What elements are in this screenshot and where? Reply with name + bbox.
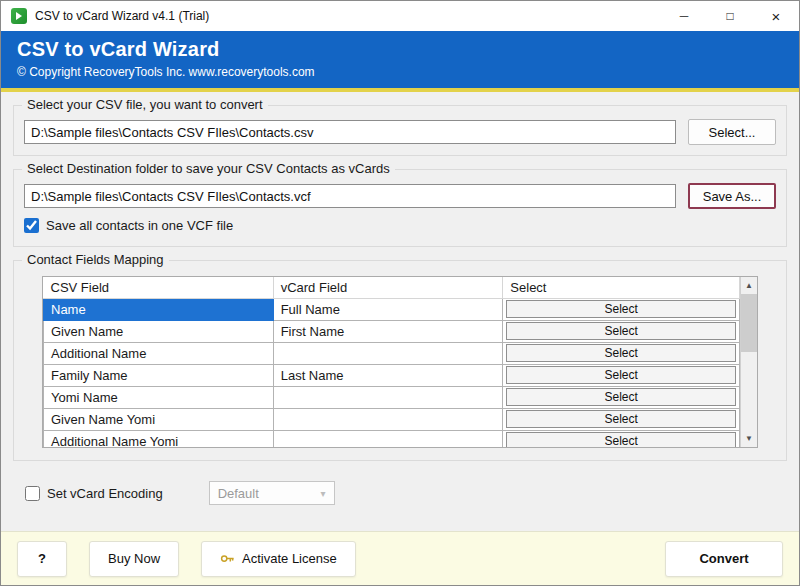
destination-group: Select Destination folder to save your C…: [13, 169, 787, 247]
table-row[interactable]: Given Name First Name Select: [44, 320, 740, 342]
select-cell: Select: [503, 342, 740, 364]
app-window: CSV to vCard Wizard v4.1 (Trial) ─ □ × C…: [0, 0, 800, 586]
window-title: CSV to vCard Wizard v4.1 (Trial): [35, 9, 209, 23]
row-select-button[interactable]: Select: [506, 366, 736, 384]
select-cell: Select: [503, 430, 740, 448]
table-scrollbar[interactable]: ▲ ▼: [740, 277, 757, 447]
mapping-group-label: Contact Fields Mapping: [22, 252, 169, 267]
column-header-vcard-field[interactable]: vCard Field: [273, 277, 503, 298]
select-cell: Select: [503, 298, 740, 320]
encoding-checkbox-row[interactable]: Set vCard Encoding: [25, 486, 163, 501]
title-bar: CSV to vCard Wizard v4.1 (Trial) ─ □ ×: [1, 1, 799, 31]
row-select-button[interactable]: Select: [506, 410, 736, 428]
select-cell: Select: [503, 386, 740, 408]
csv-field-cell[interactable]: Name: [44, 298, 274, 320]
vcard-field-cell[interactable]: Full Name: [273, 298, 503, 320]
encoding-dropdown-value: Default: [218, 486, 259, 501]
encoding-checkbox-label: Set vCard Encoding: [47, 486, 163, 501]
scroll-up-icon[interactable]: ▲: [741, 277, 757, 294]
single-vcf-checkbox-label: Save all contacts in one VCF file: [46, 218, 233, 233]
activate-license-button[interactable]: Activate License: [201, 541, 356, 577]
source-group-label: Select your CSV file, you want to conver…: [22, 97, 268, 112]
csv-field-cell[interactable]: Additional Name Yomi: [44, 430, 274, 448]
select-cell: Select: [503, 364, 740, 386]
column-header-csv-field[interactable]: CSV Field: [44, 277, 274, 298]
scrollbar-track[interactable]: [741, 352, 757, 430]
destination-group-label: Select Destination folder to save your C…: [22, 161, 395, 176]
table-header-row: CSV Field vCard Field Select: [44, 277, 740, 298]
vcard-field-cell[interactable]: [273, 342, 503, 364]
copyright-text: © Copyright RecoveryTools Inc. www.recov…: [17, 65, 783, 79]
csv-field-cell[interactable]: Given Name Yomi: [44, 408, 274, 430]
save-as-button[interactable]: Save As...: [688, 183, 776, 209]
chevron-down-icon: ▾: [321, 488, 326, 499]
table-row[interactable]: Family Name Last Name Select: [44, 364, 740, 386]
csv-field-cell[interactable]: Given Name: [44, 320, 274, 342]
app-title: CSV to vCard Wizard: [17, 38, 783, 61]
table-row[interactable]: Additional Name Select: [44, 342, 740, 364]
table-row[interactable]: Yomi Name Select: [44, 386, 740, 408]
vcard-field-cell[interactable]: [273, 408, 503, 430]
row-select-button[interactable]: Select: [506, 344, 736, 362]
table-row[interactable]: Name Full Name Select: [44, 298, 740, 320]
row-select-button[interactable]: Select: [506, 432, 736, 448]
mapping-group: Contact Fields Mapping CSV Field vCard F…: [13, 260, 787, 461]
vcf-path-input[interactable]: [24, 184, 676, 208]
close-icon: ×: [772, 8, 781, 25]
vcard-field-cell[interactable]: [273, 430, 503, 448]
maximize-button[interactable]: □: [707, 1, 753, 31]
vcard-field-cell[interactable]: First Name: [273, 320, 503, 342]
activate-license-label: Activate License: [242, 551, 337, 566]
convert-button[interactable]: Convert: [665, 541, 783, 577]
single-vcf-checkbox-row[interactable]: Save all contacts in one VCF file: [24, 218, 233, 233]
maximize-icon: □: [726, 9, 733, 23]
encoding-row: Set vCard Encoding Default ▾: [25, 481, 775, 505]
help-button[interactable]: ?: [17, 541, 67, 577]
encoding-dropdown[interactable]: Default ▾: [209, 481, 335, 505]
minimize-button[interactable]: ─: [661, 1, 707, 31]
vcard-field-cell[interactable]: [273, 386, 503, 408]
app-header: CSV to vCard Wizard © Copyright Recovery…: [1, 31, 799, 92]
row-select-button[interactable]: Select: [506, 322, 736, 340]
minimize-icon: ─: [680, 9, 689, 23]
select-csv-button[interactable]: Select...: [688, 119, 776, 145]
column-header-select[interactable]: Select: [503, 277, 740, 298]
source-group: Select your CSV file, you want to conver…: [13, 105, 787, 156]
scroll-down-icon[interactable]: ▼: [741, 430, 757, 447]
row-select-button[interactable]: Select: [506, 388, 736, 406]
vcard-field-cell[interactable]: Last Name: [273, 364, 503, 386]
mapping-table: CSV Field vCard Field Select Name Full N…: [42, 276, 758, 448]
buy-now-button[interactable]: Buy Now: [89, 541, 179, 577]
key-icon: [220, 551, 235, 566]
csv-field-cell[interactable]: Family Name: [44, 364, 274, 386]
csv-path-input[interactable]: [24, 120, 676, 144]
window-controls: ─ □ ×: [661, 1, 799, 31]
select-cell: Select: [503, 320, 740, 342]
row-select-button[interactable]: Select: [506, 300, 736, 318]
table-row[interactable]: Given Name Yomi Select: [44, 408, 740, 430]
single-vcf-checkbox[interactable]: [24, 218, 39, 233]
scrollbar-thumb[interactable]: [741, 294, 757, 352]
encoding-checkbox[interactable]: [25, 486, 40, 501]
footer-bar: ? Buy Now Activate License Convert: [1, 531, 799, 585]
table-row[interactable]: Additional Name Yomi Select: [44, 430, 740, 448]
app-icon: [11, 8, 27, 24]
close-button[interactable]: ×: [753, 1, 799, 31]
csv-field-cell[interactable]: Additional Name: [44, 342, 274, 364]
select-cell: Select: [503, 408, 740, 430]
csv-field-cell[interactable]: Yomi Name: [44, 386, 274, 408]
